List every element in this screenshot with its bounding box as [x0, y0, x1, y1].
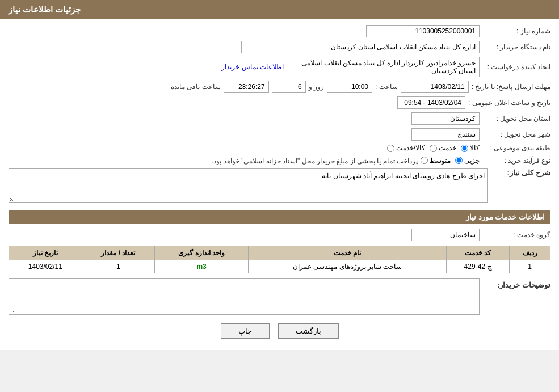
- creator-label: ایجاد کننده درخواست :: [482, 63, 550, 71]
- description-section: شرح کلی نیاز:: [9, 168, 550, 204]
- page-header: جزئیات اطلاعات نیاز: [0, 0, 559, 19]
- radio-motovaset-item: متوسط: [421, 157, 451, 165]
- city-row: شهر محل تحویل : سنندج: [9, 128, 550, 141]
- category-row: طبقه بندی موضوعی : کالا/خدمت خدمت کالا: [9, 144, 550, 152]
- buyer-org-value: اداره کل بنیاد مسکن انقلاب اسلامی استان …: [241, 41, 480, 53]
- need-number-label: شماره نیاز :: [482, 27, 550, 35]
- radio-jozvi-label: جزیی: [464, 157, 480, 165]
- cell-unit: m3: [155, 260, 249, 273]
- deadline-remaining: 23:26:27: [224, 81, 269, 93]
- buyer-notes-row: توضیحات خریدار:: [9, 278, 550, 315]
- deadline-label: مهلت ارسال پاسخ: تا تاریخ :: [472, 83, 550, 91]
- col-header-code: کد خدمت: [447, 246, 510, 260]
- city-label: شهر محل تحویل :: [482, 130, 550, 138]
- table-row: 1 ج-42-429 ساخت سایر پروژه‌های مهندسی عم…: [9, 260, 550, 273]
- announce-label: تاریخ و ساعت اعلان عمومی :: [468, 99, 550, 107]
- cell-code: ج-42-429: [447, 260, 510, 273]
- page-title: جزئیات اطلاعات نیاز: [9, 5, 81, 14]
- radio-kala-khadamat-label: کالا/خدمت: [396, 144, 425, 152]
- radio-motovaset-label: متوسط: [430, 157, 451, 165]
- table-header-row: ردیف کد خدمت نام خدمت واحد اندازه گیری ت…: [9, 246, 550, 260]
- deadline-row: مهلت ارسال پاسخ: تا تاریخ : 1403/02/11 س…: [9, 81, 550, 93]
- category-label: طبقه بندی موضوعی :: [482, 144, 550, 152]
- service-group-label: گروه خدمت :: [482, 231, 550, 239]
- radio-kala-khadamat[interactable]: [387, 145, 394, 152]
- buyer-notes-textarea[interactable]: [9, 279, 479, 313]
- radio-kala-khadamat-item: کالا/خدمت: [387, 144, 425, 152]
- need-number-value: 1103005252000001: [366, 25, 480, 37]
- description-label: شرح کلی نیاز:: [488, 168, 550, 177]
- col-header-count: تعداد / مقدار: [82, 246, 155, 260]
- province-value: کردستان: [411, 112, 480, 125]
- back-button[interactable]: بازگشت: [278, 323, 339, 339]
- category-radio-group: کالا/خدمت خدمت کالا: [387, 144, 480, 152]
- radio-jozvi[interactable]: [455, 157, 463, 164]
- radio-kala-item: کالا: [461, 144, 480, 152]
- creator-row: ایجاد کننده درخواست : جسرو خدامرادیور کا…: [9, 57, 550, 77]
- cell-date: 1403/02/11: [9, 260, 82, 273]
- radio-motovaset[interactable]: [421, 157, 428, 164]
- radio-kala[interactable]: [461, 145, 468, 152]
- print-button[interactable]: چاپ: [221, 323, 270, 339]
- province-row: استان محل تحویل : کردستان: [9, 112, 550, 125]
- buyer-org-row: نام دستگاه خریدار : اداره کل بنیاد مسکن …: [9, 41, 550, 53]
- col-header-date: تاریخ نیاز: [9, 246, 82, 260]
- page-wrapper: جزئیات اطلاعات نیاز شماره نیاز : 1103005…: [0, 0, 559, 350]
- remaining-label: ساعت باقی مانده: [171, 83, 221, 91]
- description-textarea[interactable]: [9, 168, 488, 203]
- process-row: نوع فرآیند خرید : متوسط جزیی پرداخت تمام…: [9, 155, 550, 165]
- cell-name: ساخت سایر پروژه‌های مهندسی عمران: [248, 260, 446, 273]
- day-label: روز و: [309, 83, 324, 91]
- process-radio-group: متوسط جزیی: [421, 157, 480, 165]
- col-header-unit: واحد اندازه گیری: [155, 246, 249, 260]
- services-table-wrapper: ردیف کد خدمت نام خدمت واحد اندازه گیری ت…: [9, 246, 550, 273]
- buyer-notes-label: توضیحات خریدار:: [482, 278, 550, 289]
- service-group-value: ساختمان: [411, 229, 480, 241]
- creator-contact-link[interactable]: اطلاعات تماس خریدار: [221, 63, 284, 71]
- radio-kala-label: کالا: [470, 144, 480, 152]
- process-label: نوع فرآیند خرید :: [482, 157, 550, 165]
- service-group-row: گروه خدمت : ساختمان: [9, 229, 550, 241]
- buyer-org-label: نام دستگاه خریدار :: [482, 43, 550, 51]
- city-value: سنندج: [411, 128, 480, 141]
- time-label: ساعت :: [375, 83, 398, 91]
- col-header-name: نام خدمت: [248, 246, 446, 260]
- content-area: شماره نیاز : 1103005252000001 نام دستگاه…: [0, 19, 559, 350]
- deadline-date: 1403/02/11: [401, 81, 469, 93]
- services-section-title: اطلاعات خدمات مورد نیاز: [9, 210, 550, 224]
- deadline-days: 6: [272, 81, 306, 93]
- radio-jozvi-item: جزیی: [455, 157, 480, 165]
- announce-value: 1403/02/04 - 09:54: [397, 96, 465, 109]
- cell-row-num: 1: [510, 260, 550, 273]
- payment-text: پرداخت تمام یا بخشی از مبلغ خریدار محل "…: [212, 157, 418, 165]
- services-table: ردیف کد خدمت نام خدمت واحد اندازه گیری ت…: [9, 246, 550, 273]
- deadline-time: 10:00: [327, 81, 372, 93]
- buttons-row: بازگشت چاپ: [9, 323, 550, 339]
- cell-count: 1: [82, 260, 155, 273]
- radio-khadamat-item: خدمت: [430, 144, 456, 152]
- creator-value: جسرو خدامرادیور کاربردار اداره کل بنیاد …: [287, 57, 480, 77]
- col-header-row-num: ردیف: [510, 246, 550, 260]
- province-label: استان محل تحویل :: [482, 115, 550, 123]
- announce-row: تاریخ و ساعت اعلان عمومی : 1403/02/04 - …: [9, 96, 550, 109]
- buyer-notes-box: [9, 278, 480, 315]
- description-content: [9, 168, 488, 204]
- need-number-row: شماره نیاز : 1103005252000001: [9, 25, 550, 37]
- radio-khadamat[interactable]: [430, 145, 437, 152]
- radio-khadamat-label: خدمت: [439, 144, 456, 152]
